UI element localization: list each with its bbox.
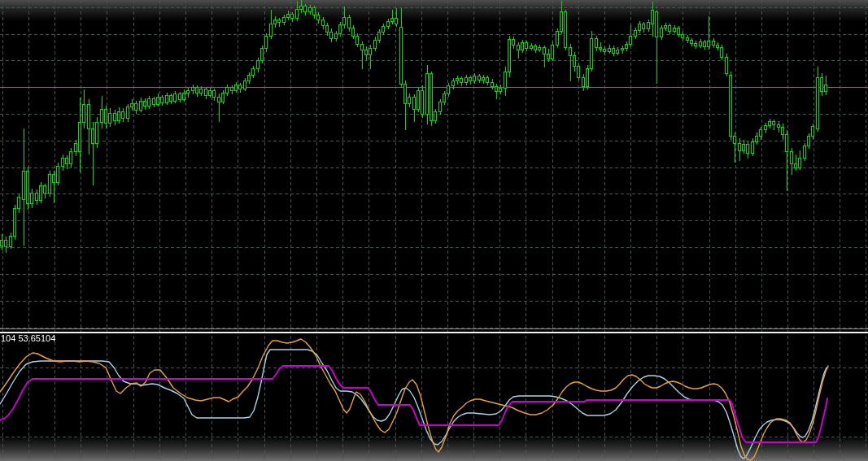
mt4-chart-window: 104 53.65104 (0, 0, 868, 461)
panel-separator[interactable] (0, 328, 868, 334)
indicator-value-label: 104 53.65104 (1, 333, 55, 343)
price-chart-canvas[interactable] (0, 0, 868, 461)
